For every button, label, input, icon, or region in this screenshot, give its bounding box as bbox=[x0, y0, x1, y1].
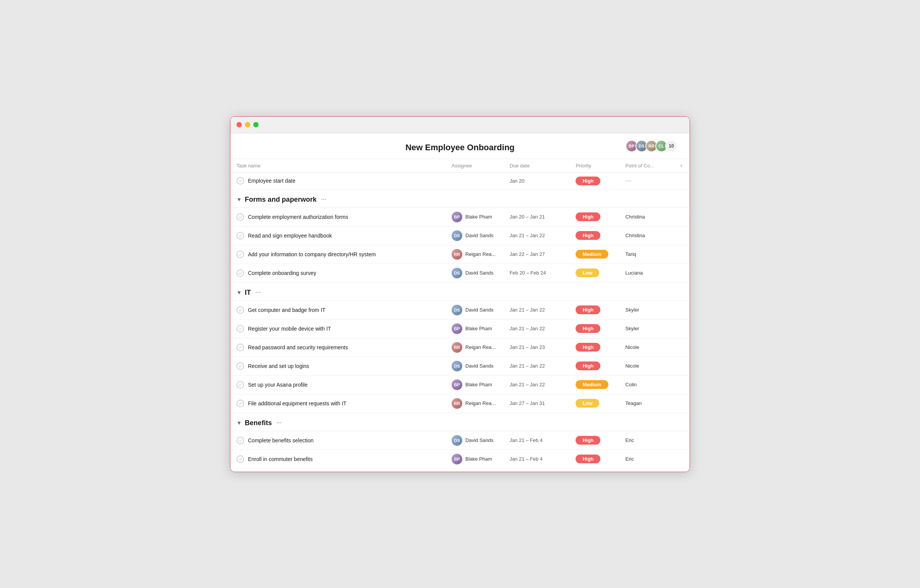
due-date-cell: Jan 21 – Jan 22 bbox=[504, 375, 570, 394]
table-row[interactable]: Add your information to company director… bbox=[230, 245, 690, 264]
table-row[interactable]: Set up your Asana profile BP Blake Pham … bbox=[230, 375, 690, 394]
assignee-avatar: DS bbox=[452, 305, 462, 315]
assignee-name: Blake Pham bbox=[465, 456, 492, 462]
empty-col bbox=[673, 300, 690, 319]
task-cell: Receive and set up logins bbox=[236, 362, 439, 370]
section-menu-icon[interactable]: ··· bbox=[277, 420, 282, 426]
section-menu-icon[interactable]: ··· bbox=[256, 289, 261, 296]
traffic-lights bbox=[236, 122, 259, 127]
empty-col bbox=[673, 172, 690, 189]
task-name: Complete employment authorization forms bbox=[248, 214, 348, 220]
complete-icon[interactable] bbox=[236, 232, 244, 240]
due-date-cell: Jan 21 – Jan 22 bbox=[504, 356, 570, 375]
complete-icon[interactable] bbox=[236, 455, 244, 463]
priority-cell: High bbox=[570, 338, 619, 356]
due-date-cell: Feb 20 – Feb 24 bbox=[504, 264, 570, 282]
table-row[interactable]: Get computer and badge from IT DS David … bbox=[230, 300, 690, 319]
poc-cell: Eric bbox=[619, 431, 673, 450]
assignee-name: David Sands bbox=[465, 270, 494, 276]
check-svg bbox=[238, 252, 243, 257]
add-column-button[interactable]: + bbox=[673, 159, 690, 173]
complete-icon[interactable] bbox=[236, 325, 244, 332]
complete-icon[interactable] bbox=[236, 362, 244, 370]
section-header: ▼ Benefits ··· bbox=[236, 419, 684, 427]
due-date-cell: Jan 21 – Jan 23 bbox=[504, 338, 570, 356]
task-name: Read and sign employee handbook bbox=[248, 233, 332, 239]
assignee-cell: RR Reigan Rea... bbox=[452, 249, 497, 260]
priority-cell: High bbox=[570, 356, 619, 375]
poc-cell: Skyler bbox=[619, 319, 673, 338]
check-svg bbox=[238, 233, 243, 238]
assignee-cell: BP Blake Pham bbox=[452, 212, 497, 222]
complete-icon[interactable] bbox=[236, 343, 244, 351]
complete-icon[interactable] bbox=[236, 251, 244, 258]
check-svg bbox=[238, 364, 243, 368]
minimize-button[interactable] bbox=[245, 122, 250, 127]
table-row[interactable]: File additional equipment requests with … bbox=[230, 394, 690, 413]
priority-cell: High bbox=[570, 300, 619, 319]
table-header-row: Task name Assignee Due date Priority Poi… bbox=[230, 159, 690, 173]
section-row: ▼ Forms and paperwork ··· bbox=[230, 189, 690, 207]
priority-badge: High bbox=[575, 231, 600, 240]
assignee-name: Reigan Rea... bbox=[465, 344, 496, 350]
table-row[interactable]: Enroll in commuter benefits BP Blake Pha… bbox=[230, 450, 690, 468]
assignee-avatar: BP bbox=[452, 379, 462, 390]
maximize-button[interactable] bbox=[253, 122, 259, 127]
priority-badge: Low bbox=[575, 269, 599, 277]
assignee-cell: BP Blake Pham bbox=[452, 323, 497, 334]
complete-icon[interactable] bbox=[236, 213, 244, 221]
complete-icon[interactable] bbox=[236, 400, 244, 407]
priority-badge: High bbox=[575, 343, 600, 352]
table-row[interactable]: Complete benefits selection DS David San… bbox=[230, 431, 690, 450]
table-row[interactable]: Complete employment authorization forms … bbox=[230, 207, 690, 226]
assignee-avatar: DS bbox=[452, 361, 462, 371]
task-name: Add your information to company director… bbox=[248, 251, 376, 258]
section-chevron-icon[interactable]: ▼ bbox=[236, 290, 242, 295]
task-name: Read password and security requirements bbox=[248, 344, 348, 350]
table-row[interactable]: Complete onboarding survey DS David Sand… bbox=[230, 264, 690, 282]
table-row[interactable]: Read password and security requirements … bbox=[230, 338, 690, 356]
priority-cell: High bbox=[570, 319, 619, 338]
complete-icon[interactable] bbox=[236, 306, 244, 314]
empty-col bbox=[673, 375, 690, 394]
complete-icon[interactable] bbox=[236, 177, 244, 185]
table-row[interactable]: Employee start date Jan 20High— bbox=[230, 172, 690, 189]
task-name: Receive and set up logins bbox=[248, 363, 309, 369]
due-date-cell: Jan 22 – Jan 27 bbox=[504, 245, 570, 264]
section-menu-icon[interactable]: ··· bbox=[321, 196, 326, 203]
check-svg bbox=[238, 345, 243, 350]
assignee-name: David Sands bbox=[465, 233, 494, 238]
task-name: Complete onboarding survey bbox=[248, 270, 316, 276]
assignee-avatar: BP bbox=[452, 454, 462, 465]
section-name: Forms and paperwork bbox=[245, 196, 317, 204]
assignee-cell: BP Blake Pham bbox=[452, 379, 497, 390]
assignee-avatar: RR bbox=[452, 342, 462, 353]
empty-col bbox=[673, 450, 690, 468]
table-row[interactable]: Explore additional benefits and perks BP… bbox=[230, 468, 690, 472]
close-button[interactable] bbox=[236, 122, 242, 127]
complete-icon[interactable] bbox=[236, 437, 244, 444]
page-title: New Employee Onboarding bbox=[405, 143, 515, 152]
priority-badge: Medium bbox=[575, 380, 608, 389]
priority-cell: Medium bbox=[570, 375, 619, 394]
check-svg bbox=[238, 215, 243, 219]
section-chevron-icon[interactable]: ▼ bbox=[236, 196, 242, 202]
priority-badge: Medium bbox=[575, 250, 608, 259]
table-row[interactable]: Read and sign employee handbook DS David… bbox=[230, 226, 690, 245]
due-date-cell: Jan 21 – Jan 22 bbox=[504, 226, 570, 245]
task-cell: Register your mobile device with IT bbox=[236, 325, 439, 332]
section-chevron-icon[interactable]: ▼ bbox=[236, 420, 242, 426]
avatar-group: BP DS RR CL 10 bbox=[625, 140, 677, 152]
empty-col bbox=[673, 319, 690, 338]
priority-cell: High bbox=[570, 226, 619, 245]
empty-col bbox=[673, 207, 690, 226]
check-svg bbox=[238, 382, 243, 387]
empty-col bbox=[673, 338, 690, 356]
table-row[interactable]: Receive and set up logins DS David Sands… bbox=[230, 356, 690, 375]
poc-cell: Christina bbox=[619, 207, 673, 226]
complete-icon[interactable] bbox=[236, 381, 244, 389]
assignee-cell: DS David Sands bbox=[452, 268, 497, 279]
table-row[interactable]: Register your mobile device with IT BP B… bbox=[230, 319, 690, 338]
complete-icon[interactable] bbox=[236, 269, 244, 277]
assignee-name: Reigan Rea... bbox=[465, 251, 496, 257]
